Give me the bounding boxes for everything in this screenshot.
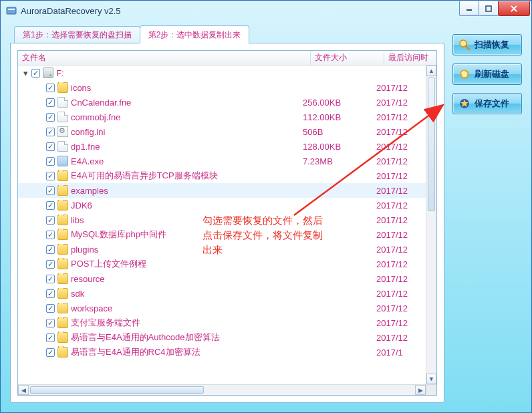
row-checkbox[interactable] — [46, 333, 55, 342]
row-name-label: resource — [71, 274, 105, 284]
tab-step2[interactable]: 第2步：选中数据复制出来 — [140, 25, 250, 43]
tree-row[interactable]: E4A可用的易语言异步TCP服务端模块2017/12 — [18, 168, 426, 183]
save-file-button[interactable]: 保存文件 — [452, 93, 522, 114]
row-checkbox[interactable] — [46, 216, 55, 225]
row-date: 2017/12 — [374, 98, 426, 108]
row-name-label: sdk — [71, 289, 84, 299]
tab-step2-label: 第2步：选中数据复制出来 — [148, 29, 241, 41]
row-name-label: config.ini — [71, 127, 105, 137]
content-area: 扫描恢复 刷新磁盘 保存文件 第1步：选择需要恢复的盘扫描 第2步：选中数据复制… — [10, 25, 522, 403]
row-checkbox[interactable] — [46, 172, 55, 180]
row-date: 2017/12 — [374, 171, 426, 181]
row-name-label: 支付宝服务端文件 — [71, 317, 140, 329]
row-checkbox[interactable] — [46, 275, 55, 283]
folder-icon — [57, 332, 68, 343]
tree-row[interactable]: 支付宝服务端文件2017/12 — [18, 315, 426, 330]
scroll-up-button[interactable]: ▲ — [426, 65, 436, 76]
vertical-scrollbar[interactable]: ▲ ▼ — [426, 65, 436, 384]
row-checkbox[interactable] — [46, 319, 55, 327]
row-date: 2017/12 — [374, 215, 426, 225]
folder-icon — [57, 215, 68, 225]
tab-panel-step2: 文件名 文件大小 最后访问时 ▾F:icons2017/12CnCalendar… — [10, 43, 444, 403]
row-size: 506B — [300, 127, 374, 137]
row-size: 128.00KB — [300, 142, 374, 152]
scroll-right-button[interactable]: ▶ — [415, 385, 426, 395]
row-size: 256.00KB — [300, 98, 374, 108]
row-checkbox[interactable] — [46, 289, 55, 298]
app-icon — [6, 5, 17, 16]
row-checkbox[interactable] — [31, 69, 40, 78]
tree-row[interactable]: config.ini506B2017/12 — [18, 124, 426, 139]
row-name-label: E4A.exe — [71, 156, 104, 166]
tree-root-row[interactable]: ▾F: — [18, 65, 426, 80]
tree-row[interactable]: icons2017/12 — [18, 80, 426, 95]
collapse-icon[interactable]: ▾ — [22, 70, 29, 76]
minimize-button[interactable] — [459, 1, 479, 16]
scan-recover-button[interactable]: 扫描恢复 — [452, 34, 522, 55]
file-icon — [57, 112, 68, 122]
row-date: 2017/12 — [374, 303, 426, 313]
column-header-size[interactable]: 文件大小 — [311, 51, 384, 65]
maximize-button[interactable] — [479, 1, 499, 16]
tree-row[interactable]: sdk2017/12 — [18, 286, 426, 301]
row-checkbox[interactable] — [46, 84, 55, 92]
action-panel: 扫描恢复 刷新磁盘 保存文件 — [452, 34, 522, 114]
row-checkbox[interactable] — [46, 260, 55, 269]
close-button[interactable] — [498, 1, 530, 16]
list-header: 文件名 文件大小 最后访问时 — [18, 51, 436, 65]
tree-row[interactable]: POST上传文件例程2017/12 — [18, 257, 426, 271]
window-controls — [460, 1, 530, 16]
tree-row[interactable]: 易语言与E4A通用的RC4加密算法2017/1 — [18, 345, 426, 360]
row-checkbox[interactable] — [46, 113, 55, 122]
tabstrip: 第1步：选择需要恢复的盘扫描 第2步：选中数据复制出来 — [10, 25, 444, 43]
titlebar[interactable]: AuroraDataRecovery v2.5 — [1, 1, 531, 21]
row-checkbox[interactable] — [46, 231, 55, 239]
row-name-label: POST上传文件例程 — [71, 258, 146, 270]
tree-row[interactable]: resource2017/12 — [18, 271, 426, 286]
tree-row[interactable]: commobj.fne112.00KB2017/12 — [18, 110, 426, 124]
row-checkbox[interactable] — [46, 348, 55, 357]
tree-row[interactable]: examples2017/12 — [18, 183, 426, 198]
svg-rect-0 — [7, 7, 16, 14]
folder-icon — [57, 288, 68, 299]
tree-row[interactable]: E4A.exe7.23MB2017/12 — [18, 154, 426, 168]
row-date: 2017/12 — [374, 230, 426, 240]
scroll-left-button[interactable]: ◀ — [18, 385, 29, 395]
tree-row[interactable]: MySQL数据库php中间件2017/12 — [18, 227, 426, 242]
refresh-disk-button[interactable]: 刷新磁盘 — [452, 63, 522, 85]
tree-row[interactable]: JDK62017/12 — [18, 198, 426, 213]
horizontal-scrollbar[interactable]: ◀ ▶ — [18, 384, 426, 395]
tree-row[interactable]: dp1.fne128.00KB2017/12 — [18, 139, 426, 154]
tree-row[interactable]: 易语言与E4A通用的Authcode加密算法2017/12 — [18, 330, 426, 345]
row-checkbox[interactable] — [46, 142, 55, 151]
row-name-label: 易语言与E4A通用的Authcode加密算法 — [71, 331, 220, 343]
scroll-down-button[interactable]: ▼ — [426, 374, 436, 384]
tree-row[interactable]: workspace2017/12 — [18, 301, 426, 315]
column-header-date[interactable]: 最后访问时 — [384, 51, 436, 65]
tree-row[interactable]: libs2017/12 — [18, 213, 426, 227]
row-checkbox[interactable] — [46, 128, 55, 136]
row-checkbox[interactable] — [46, 157, 55, 166]
tree-row[interactable]: CnCalendar.fne256.00KB2017/12 — [18, 95, 426, 110]
row-size: 112.00KB — [300, 112, 374, 122]
row-checkbox[interactable] — [46, 98, 55, 107]
vertical-scroll-thumb[interactable] — [428, 78, 435, 211]
row-checkbox[interactable] — [46, 245, 55, 254]
row-checkbox[interactable] — [46, 304, 55, 313]
file-list: 文件名 文件大小 最后访问时 ▾F:icons2017/12CnCalendar… — [17, 50, 437, 396]
row-date: 2017/12 — [374, 127, 426, 137]
folder-icon — [57, 82, 68, 93]
row-date: 2017/12 — [374, 112, 426, 122]
tab-step1[interactable]: 第1步：选择需要恢复的盘扫描 — [14, 26, 140, 43]
column-header-name[interactable]: 文件名 — [18, 51, 311, 65]
folder-icon — [57, 347, 68, 358]
row-name-label: libs — [71, 215, 84, 225]
row-date: 2017/12 — [374, 186, 426, 196]
row-name-label: MySQL数据库php中间件 — [71, 229, 166, 241]
list-body[interactable]: ▾F:icons2017/12CnCalendar.fne256.00KB201… — [18, 65, 426, 384]
row-checkbox[interactable] — [46, 201, 55, 210]
tree-row[interactable]: plugins2017/12 — [18, 242, 426, 257]
row-name-label: 易语言与E4A通用的RC4加密算法 — [71, 346, 201, 358]
row-checkbox[interactable] — [46, 186, 55, 195]
horizontal-scroll-thumb[interactable] — [30, 386, 204, 394]
